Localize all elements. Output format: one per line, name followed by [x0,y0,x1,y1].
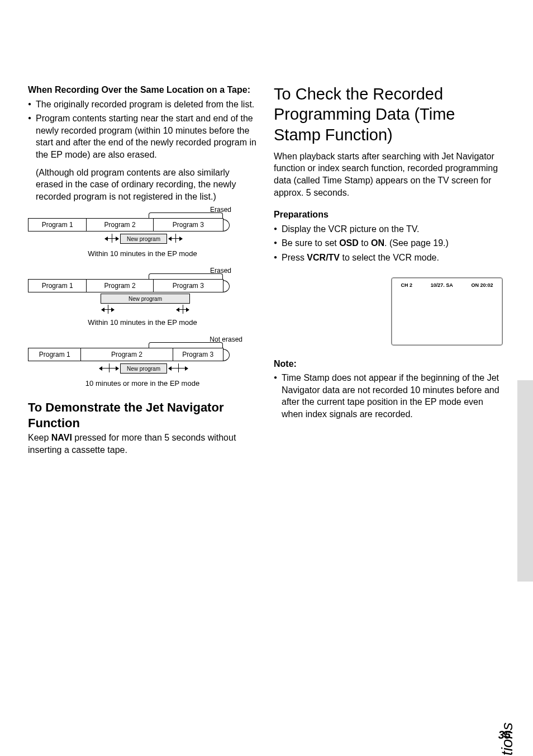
diagram-stack: Erased Program 1 Program 2 Program 3 New… [28,208,257,388]
diagram-1-caption: Within 10 minutes in the EP mode [28,249,257,258]
prep2-mid: to [359,238,371,248]
program-1-cell-2: Program 1 [28,280,87,292]
tv-date: 10/27. SA [431,282,453,288]
program-2-cell-2: Program 2 [87,280,153,292]
diagram-1: Erased Program 1 Program 2 Program 3 New… [28,208,257,258]
tv-channel: CH 2 [401,282,412,288]
overwrite-bullet-2: Program contents starting near the start… [28,112,257,160]
program-2-cell-3: Program 2 [81,348,173,361]
demo-text-bold: NAVI [51,433,72,442]
program-2-cell: Program 2 [87,219,153,231]
tv-time: ON 20:02 [472,282,493,288]
program-3-cell-3: Program 3 [173,348,223,361]
time-stamp-title: To Check the Recorded Programming Data (… [274,84,503,145]
side-tab [517,380,533,582]
diagram-2-caption: Within 10 minutes in the EP mode [28,318,257,327]
new-program-box: New program [120,234,167,244]
prep3-post: to select the VCR mode. [340,253,439,262]
prep-bullet-1: Display the VCR picture on the TV. [274,223,503,235]
erased-label-2: Erased [210,267,231,275]
prep-bullet-3: Press VCR/TV to select the VCR mode. [274,252,503,264]
right-column: To Check the Recorded Programming Data (… [274,84,503,456]
program-3-cell: Program 3 [154,219,223,231]
overwrite-heading: When Recording Over the Same Location on… [28,84,257,96]
not-erased-label: Not erased [210,336,242,343]
left-column: When Recording Over the Same Location on… [28,84,257,456]
new-program-box-2: New program [101,294,190,304]
tv-screen: CH 2 10/27. SA ON 20:02 [391,277,503,346]
program-1-cell-3: Program 1 [28,348,81,361]
page-number: 35 [498,729,511,741]
demo-text-pre: Keep [28,433,51,442]
demo-heading: To Demonstrate the Jet Navigator Functio… [28,400,257,431]
prep2-pre: Be sure to set [282,238,339,248]
program-3-cell-2: Program 3 [154,280,223,292]
prep-bullet-2: Be sure to set OSD to ON. (See page 19.) [274,237,503,249]
overwrite-paren: (Although old program contents are also … [28,167,257,203]
diagram-2: Erased Program 1 Program 2 Program 3 New… [28,269,257,327]
new-program-box-3: New program [120,363,167,374]
erased-label: Erased [210,206,231,214]
preparations-heading: Preparations [274,209,503,221]
note-bullet: Time Stamp does not appear if the beginn… [274,372,503,420]
diagram-3-caption: 10 minutes or more in the EP mode [28,379,257,388]
prep3-b: VCR/TV [307,253,340,262]
demo-text: Keep NAVI pressed for more than 5 second… [28,432,257,456]
prep2-b2: ON [371,238,384,248]
time-stamp-intro: When playback starts after searching wit… [274,150,503,199]
prep2-post: . (See page 19.) [384,238,449,248]
prep2-b1: OSD [339,238,359,248]
program-1-cell: Program 1 [28,219,87,231]
diagram-3: Not erased Program 1 Program 2 Program 3… [28,338,257,388]
overwrite-bullet-1: The originally recorded program is delet… [28,98,257,111]
prep3-pre: Press [282,253,307,262]
note-heading: Note: [274,358,503,370]
